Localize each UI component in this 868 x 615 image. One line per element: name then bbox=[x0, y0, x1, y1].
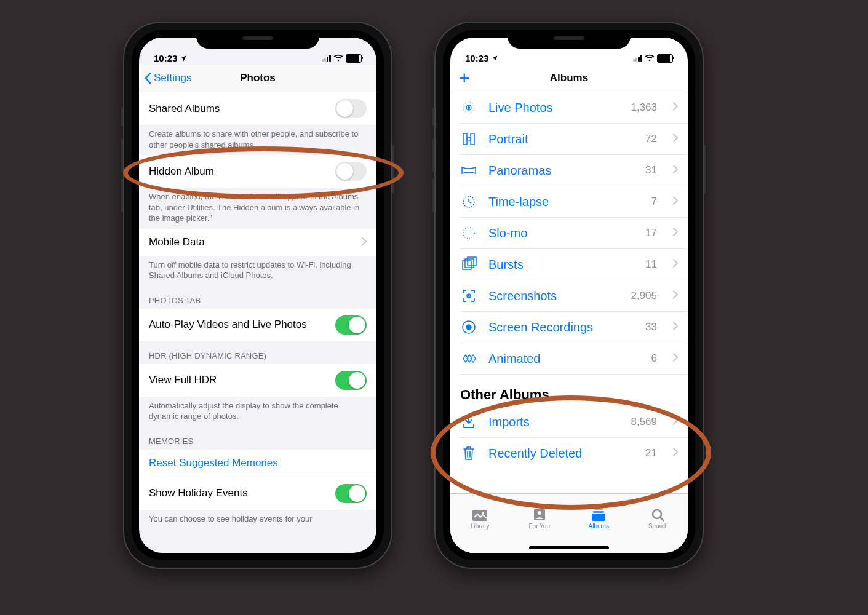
svg-point-12 bbox=[466, 325, 471, 330]
album-count: 31 bbox=[645, 164, 657, 177]
wifi-icon bbox=[645, 53, 655, 63]
search-icon bbox=[650, 508, 666, 522]
album-count: 1,363 bbox=[631, 101, 657, 114]
back-button[interactable]: Settings bbox=[139, 72, 191, 84]
row-label: Shared Albums bbox=[149, 103, 220, 115]
row-mobile-data[interactable]: Mobile Data bbox=[139, 229, 376, 256]
chevron-right-icon bbox=[673, 352, 678, 365]
album-name: Panoramas bbox=[488, 164, 634, 178]
phone-button-vol-up bbox=[121, 138, 123, 172]
add-button[interactable]: + bbox=[450, 69, 470, 87]
svg-line-21 bbox=[660, 517, 664, 521]
tab-albums[interactable]: Albums bbox=[569, 494, 629, 543]
row-hidden-album[interactable]: Hidden Album bbox=[139, 155, 376, 188]
row-holiday[interactable]: Show Holiday Events bbox=[139, 477, 376, 510]
tab-for-you[interactable]: For You bbox=[510, 494, 570, 543]
tab-bar: Library For You Albums Search bbox=[450, 493, 688, 553]
svg-rect-13 bbox=[472, 510, 487, 521]
caption-hdr: Automatically adjust the display to show… bbox=[139, 397, 376, 427]
phone-button-vol-down bbox=[432, 178, 434, 212]
album-name: Slo-mo bbox=[488, 226, 634, 240]
chevron-right-icon bbox=[673, 290, 678, 302]
switch-holiday[interactable] bbox=[335, 484, 367, 503]
section-hdr: HDR (HIGH DYNAMIC RANGE) bbox=[139, 341, 376, 364]
phone-button-vol-up bbox=[432, 138, 434, 172]
svg-rect-8 bbox=[468, 257, 476, 266]
album-row-imports[interactable]: Imports8,569 bbox=[460, 407, 688, 438]
caption-mobile-data: Turn off mobile data to restrict updates… bbox=[139, 256, 376, 286]
row-label: Auto-Play Videos and Live Photos bbox=[149, 319, 307, 331]
row-hdr[interactable]: View Full HDR bbox=[139, 364, 376, 397]
albums-icon bbox=[591, 508, 607, 522]
album-row-slo-mo[interactable]: Slo-mo17 bbox=[460, 218, 688, 249]
album-name: Screenshots bbox=[488, 289, 619, 303]
chevron-right-icon bbox=[673, 196, 678, 208]
row-autoplay[interactable]: Auto-Play Videos and Live Photos bbox=[139, 309, 376, 341]
animated-icon bbox=[460, 350, 477, 367]
tab-library[interactable]: Library bbox=[450, 494, 510, 543]
album-row-screen-recordings[interactable]: Screen Recordings33 bbox=[460, 312, 688, 343]
album-name: Live Photos bbox=[488, 101, 619, 115]
svg-rect-17 bbox=[594, 509, 603, 510]
notch bbox=[196, 30, 319, 49]
album-row-animated[interactable]: Animated6 bbox=[460, 343, 688, 375]
album-row-bursts[interactable]: Bursts11 bbox=[460, 249, 688, 280]
switch-shared-albums[interactable] bbox=[335, 99, 367, 118]
caption-hidden-album: When enabled, the Hidden album will appe… bbox=[139, 188, 376, 229]
bursts-icon bbox=[460, 256, 477, 273]
album-name: Imports bbox=[488, 415, 619, 429]
nav-bar: Settings Photos bbox=[139, 65, 376, 92]
chevron-right-icon bbox=[673, 416, 678, 428]
phone-button-mute bbox=[432, 108, 434, 126]
slo-mo-icon bbox=[460, 224, 477, 242]
album-count: 11 bbox=[645, 258, 657, 271]
svg-point-20 bbox=[653, 510, 661, 518]
live-photos-icon bbox=[460, 99, 477, 116]
row-label: Show Holiday Events bbox=[149, 487, 248, 499]
library-icon bbox=[472, 508, 488, 522]
tab-search[interactable]: Search bbox=[629, 494, 688, 543]
row-reset-memories[interactable]: Reset Suggested Memories bbox=[139, 450, 376, 477]
phone-button-power bbox=[392, 145, 394, 194]
caption-shared-albums: Create albums to share with other people… bbox=[139, 125, 376, 155]
album-row-time-lapse[interactable]: Time-lapse7 bbox=[460, 186, 688, 218]
svg-point-14 bbox=[482, 512, 484, 514]
album-name: Bursts bbox=[488, 258, 634, 272]
album-row-recently-deleted[interactable]: Recently Deleted21 bbox=[460, 438, 688, 469]
chevron-right-icon bbox=[673, 227, 678, 239]
settings-content: Shared Albums Create albums to share wit… bbox=[139, 92, 376, 553]
chevron-right-icon bbox=[673, 164, 678, 177]
section-photos-tab: PHOTOS TAB bbox=[139, 286, 376, 309]
phone-button-power bbox=[704, 145, 706, 194]
album-row-screenshots[interactable]: Screenshots2,905 bbox=[460, 280, 688, 312]
home-indicator[interactable] bbox=[529, 546, 609, 549]
album-row-panoramas[interactable]: Panoramas31 bbox=[460, 155, 688, 186]
albums-content[interactable]: Live Photos1,363Portrait72Panoramas31Tim… bbox=[450, 92, 688, 506]
nav-bar: + Albums bbox=[450, 65, 688, 92]
switch-hdr[interactable] bbox=[335, 371, 367, 390]
album-row-live-photos[interactable]: Live Photos1,363 bbox=[460, 92, 688, 124]
location-icon bbox=[491, 55, 498, 62]
album-name: Animated bbox=[488, 352, 640, 366]
album-count: 17 bbox=[645, 227, 657, 239]
album-name: Recently Deleted bbox=[488, 446, 634, 461]
portrait-icon bbox=[460, 130, 477, 148]
switch-autoplay[interactable] bbox=[335, 315, 367, 335]
svg-point-2 bbox=[468, 107, 470, 109]
svg-rect-19 bbox=[592, 514, 605, 521]
recently-deleted-icon bbox=[460, 445, 477, 462]
screenshots-icon bbox=[460, 287, 477, 304]
svg-point-16 bbox=[538, 511, 541, 515]
row-shared-albums[interactable]: Shared Albums bbox=[139, 92, 376, 125]
battery-icon bbox=[346, 54, 362, 63]
switch-hidden-album[interactable] bbox=[335, 162, 367, 181]
wifi-icon bbox=[333, 53, 343, 63]
tab-label: Albums bbox=[589, 523, 609, 530]
album-name: Portrait bbox=[488, 132, 634, 146]
album-count: 33 bbox=[645, 321, 657, 333]
battery-icon bbox=[657, 54, 673, 63]
album-row-portrait[interactable]: Portrait72 bbox=[460, 124, 688, 155]
tab-label: For You bbox=[529, 523, 550, 530]
svg-point-10 bbox=[468, 295, 469, 296]
status-time: 10:23 bbox=[154, 53, 177, 63]
